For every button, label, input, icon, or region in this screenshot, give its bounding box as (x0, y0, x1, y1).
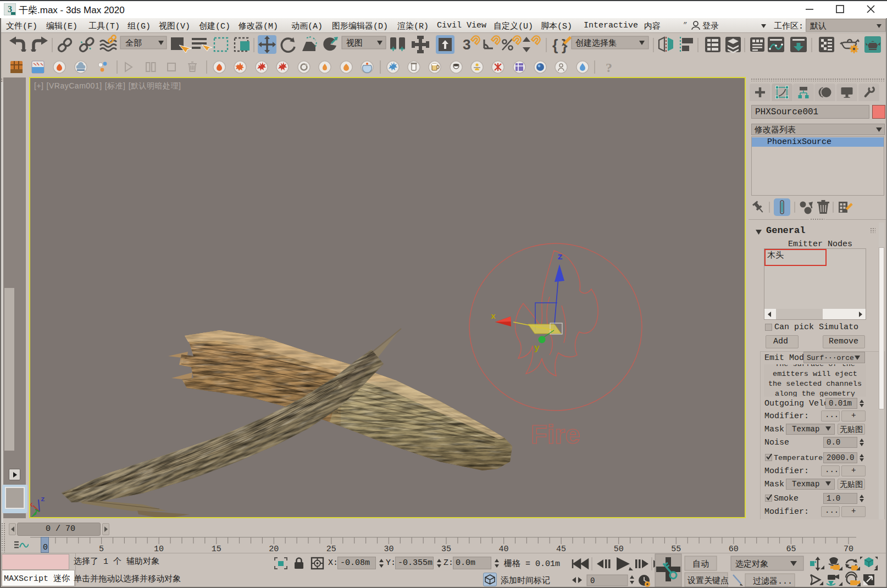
svg-text:x: x (30, 501, 33, 509)
svg-text:视图: 视图 (346, 38, 363, 48)
svg-text:y: y (534, 343, 540, 353)
svg-text:x: x (491, 312, 496, 321)
svg-text:过滤器...: 过滤器... (753, 576, 792, 586)
svg-text:0: 0 (590, 576, 595, 585)
svg-text:50: 50 (614, 545, 624, 553)
svg-text:选定对象: 选定对象 (735, 559, 768, 569)
svg-text:3: 3 (463, 36, 470, 53)
svg-text:15: 15 (212, 545, 221, 553)
svg-text:{: { (552, 37, 558, 53)
svg-text:Fire: Fire (531, 419, 580, 449)
svg-text:10: 10 (154, 545, 164, 553)
svg-text:70: 70 (844, 545, 853, 553)
svg-text:35: 35 (441, 545, 451, 553)
svg-text:全部: 全部 (125, 38, 142, 48)
svg-text:55: 55 (671, 545, 681, 553)
svg-text:45: 45 (556, 545, 566, 553)
svg-text:40: 40 (499, 545, 509, 553)
svg-text:25: 25 (326, 545, 336, 553)
svg-text:创建选择集: 创建选择集 (575, 38, 617, 48)
svg-text:5: 5 (99, 545, 104, 553)
svg-text:30: 30 (384, 545, 393, 553)
svg-text:z: z (557, 252, 563, 262)
svg-text:?: ? (606, 60, 612, 75)
svg-text:z: z (41, 495, 45, 503)
svg-text:60: 60 (729, 545, 739, 553)
svg-text:65: 65 (786, 545, 796, 553)
svg-text:设置关键点: 设置关键点 (687, 576, 729, 586)
svg-text:20: 20 (269, 545, 279, 553)
svg-text:自动: 自动 (692, 559, 709, 569)
